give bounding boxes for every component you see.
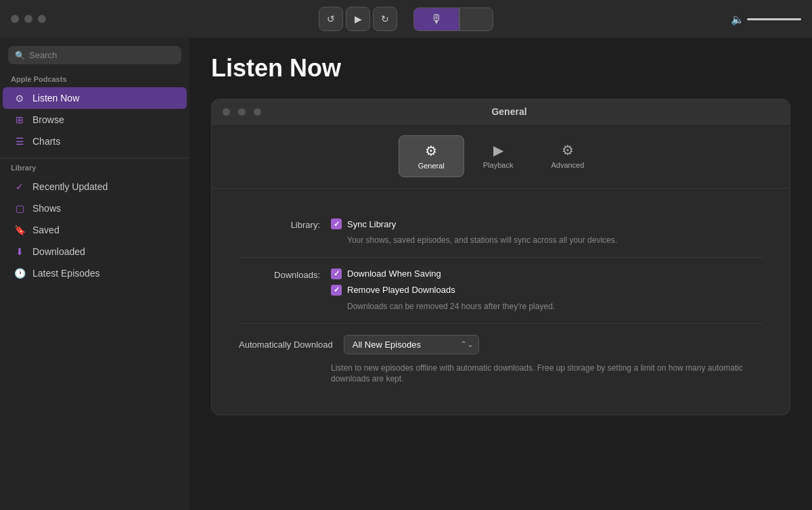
forward-button[interactable]: ↻	[373, 7, 397, 31]
sidebar: 🔍 Apple Podcasts ⊙ Listen Now ⊞ Browse ☰…	[0, 38, 189, 510]
window-controls	[11, 15, 46, 23]
download-icon: ⬇	[14, 246, 26, 258]
advanced-gear-icon: ⚙	[562, 142, 574, 158]
library-row-content: ✓ Sync Library Your shows, saved episode…	[331, 218, 763, 246]
download-when-saving-row: ✓ Download When Saving	[331, 269, 763, 279]
volume-slider[interactable]	[747, 18, 801, 20]
search-input[interactable]	[29, 50, 175, 60]
panel-titlebar: General	[212, 99, 790, 124]
tab-advanced-label: Advanced	[551, 161, 584, 169]
downloads-row-label: Downloads:	[239, 269, 320, 280]
panel-maximize[interactable]	[254, 108, 261, 116]
listen-now-label: Listen Now	[32, 93, 79, 103]
sidebar-divider	[0, 158, 189, 158]
download-when-saving-checkbox[interactable]: ✓	[331, 269, 342, 279]
back-button[interactable]: ↺	[319, 7, 343, 31]
grid-icon: ⊞	[14, 114, 26, 126]
checkmark-icon-2: ✓	[334, 269, 340, 278]
library-label: Library	[0, 164, 189, 176]
panel-title: General	[269, 106, 749, 117]
content-area: Listen Now General ⚙ General ▶ Playback	[189, 38, 812, 510]
tab-general[interactable]: ⚙ General	[399, 135, 464, 177]
sync-library-label: Sync Library	[347, 219, 396, 229]
tab-advanced[interactable]: ⚙ Advanced	[532, 135, 603, 177]
podcasts-tab[interactable]: 🎙	[413, 7, 459, 31]
downloads-row: Downloads: ✓ Download When Saving ✓	[239, 258, 763, 324]
maximize-button[interactable]	[38, 15, 46, 23]
sidebar-item-charts[interactable]: ☰ Charts	[3, 131, 187, 152]
sidebar-item-downloaded[interactable]: ⬇ Downloaded	[3, 241, 187, 262]
play-button[interactable]: ▶	[346, 7, 370, 31]
search-box[interactable]: 🔍	[8, 46, 181, 64]
list-icon: ☰	[14, 135, 26, 147]
remove-played-checkbox[interactable]: ✓	[331, 285, 342, 296]
sidebar-item-browse[interactable]: ⊞ Browse	[3, 109, 187, 131]
panel-minimize[interactable]	[238, 108, 246, 116]
recently-updated-label: Recently Updated	[32, 181, 108, 192]
page-title: Listen Now	[211, 54, 790, 83]
bookmark-icon: 🔖	[14, 224, 26, 236]
volume-icon: 🔈	[731, 13, 744, 26]
sidebar-item-saved[interactable]: 🔖 Saved	[3, 219, 187, 241]
shows-icon: ▢	[14, 202, 26, 214]
apple-podcasts-label: Apple Podcasts	[0, 75, 189, 87]
apple-tab[interactable]	[459, 7, 493, 31]
tab-general-label: General	[418, 162, 445, 170]
auto-download-select[interactable]: All New Episodes No New Episodes Custom	[344, 335, 479, 354]
remove-played-help: Downloads can be removed 24 hours after …	[347, 301, 763, 312]
auto-download-dropdown-wrapper: All New Episodes No New Episodes Custom …	[344, 335, 479, 354]
library-row: Library: ✓ Sync Library Your shows, save…	[239, 208, 763, 258]
gear-icon: ⚙	[425, 143, 437, 159]
tab-playback[interactable]: ▶ Playback	[464, 135, 533, 177]
close-button[interactable]	[11, 15, 19, 23]
search-icon: 🔍	[15, 51, 25, 60]
browse-label: Browse	[32, 114, 64, 125]
panel-close[interactable]	[223, 108, 230, 116]
library-row-label: Library:	[239, 218, 320, 230]
sidebar-item-recently-updated[interactable]: ✓ Recently Updated	[3, 176, 187, 198]
main-layout: 🔍 Apple Podcasts ⊙ Listen Now ⊞ Browse ☰…	[0, 38, 812, 510]
settings-panel: General ⚙ General ▶ Playback ⚙ Advanced	[211, 99, 790, 415]
settings-tabs: ⚙ General ▶ Playback ⚙ Advanced	[212, 124, 790, 189]
downloaded-label: Downloaded	[32, 246, 85, 257]
app-tab-group: 🎙	[413, 7, 493, 31]
shows-label: Shows	[32, 203, 61, 214]
auto-download-label: Automatically Download	[239, 340, 333, 350]
sync-library-checkbox[interactable]: ✓	[331, 218, 342, 229]
downloads-row-content: ✓ Download When Saving ✓ Remove Played D…	[331, 269, 763, 312]
remove-played-label: Remove Played Downloads	[347, 285, 455, 295]
sidebar-item-latest-episodes[interactable]: 🕐 Latest Episodes	[3, 262, 187, 284]
titlebar: ↺ ▶ ↻ 🎙 🔈	[0, 0, 812, 38]
apple-podcasts-section: Apple Podcasts ⊙ Listen Now ⊞ Browse ☰ C…	[0, 75, 189, 152]
latest-episodes-label: Latest Episodes	[32, 268, 100, 279]
minimize-button[interactable]	[24, 15, 32, 23]
sidebar-item-listen-now[interactable]: ⊙ Listen Now	[3, 87, 187, 109]
sync-library-row: ✓ Sync Library	[331, 218, 763, 229]
charts-label: Charts	[32, 136, 60, 147]
library-section: Library ✓ Recently Updated ▢ Shows 🔖 Sav…	[0, 164, 189, 284]
clock-icon: 🕐	[14, 267, 26, 279]
checkmark-circle-icon: ✓	[14, 181, 26, 193]
nav-controls: ↺ ▶ ↻ 🎙	[319, 7, 493, 31]
sidebar-item-shows[interactable]: ▢ Shows	[3, 198, 187, 219]
tab-playback-label: Playback	[483, 161, 514, 169]
auto-download-top: Automatically Download All New Episodes …	[239, 335, 763, 354]
sync-library-help: Your shows, saved episodes, and stations…	[347, 235, 763, 246]
auto-download-help: Listen to new episodes offline with auto…	[331, 363, 763, 386]
play-icon: ▶	[493, 142, 503, 158]
settings-content: Library: ✓ Sync Library Your shows, save…	[212, 189, 790, 415]
play-circle-icon: ⊙	[14, 92, 26, 104]
saved-label: Saved	[32, 225, 60, 235]
volume-control: 🔈	[731, 13, 801, 26]
checkmark-icon: ✓	[334, 220, 340, 229]
remove-played-row: ✓ Remove Played Downloads	[331, 285, 763, 296]
download-when-saving-label: Download When Saving	[347, 269, 441, 279]
auto-download-section: Automatically Download All New Episodes …	[239, 324, 763, 396]
checkmark-icon-3: ✓	[334, 285, 340, 294]
